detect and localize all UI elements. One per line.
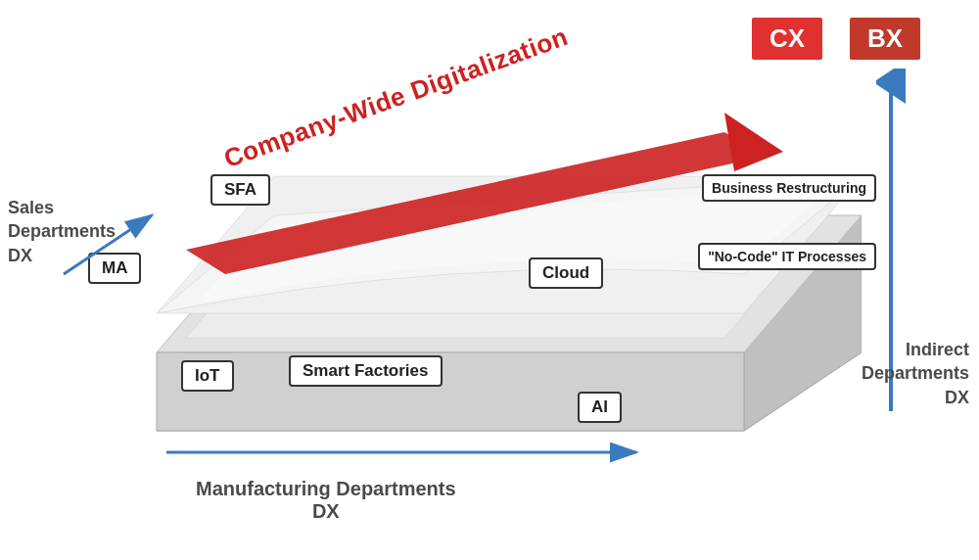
bx-badge: BX: [850, 18, 920, 60]
manufacturing-departments-label: Manufacturing Departments DX: [196, 478, 456, 523]
iot-label: IoT: [181, 360, 234, 392]
svg-marker-8: [724, 113, 783, 171]
cx-badge: CX: [752, 18, 822, 60]
ai-label: AI: [578, 392, 622, 423]
diagonal-arrow-svg: [157, 93, 822, 289]
manufacturing-arrow-svg: [157, 438, 646, 467]
svg-marker-5: [157, 352, 744, 431]
sales-departments-label: Sales Departments DX: [8, 196, 116, 267]
indirect-departments-label: Indirect Departments DX: [862, 338, 969, 409]
main-container: Company-Wide Digitalization SFA MA IoT S…: [0, 0, 979, 560]
svg-marker-7: [186, 132, 764, 274]
smart-factories-label: Smart Factories: [289, 355, 443, 387]
